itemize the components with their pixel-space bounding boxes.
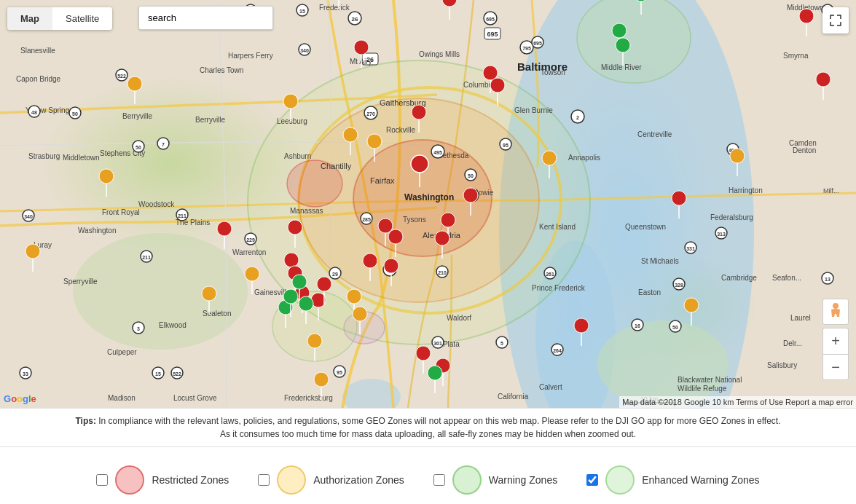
zoom-out-button[interactable]: −	[822, 354, 849, 380]
svg-text:3: 3	[137, 326, 140, 331]
svg-text:Laurel: Laurel	[790, 314, 811, 322]
google-logo: Google	[4, 393, 36, 404]
svg-text:Front Royal: Front Royal	[102, 208, 140, 216]
svg-text:Calvert: Calvert	[539, 383, 562, 391]
tips-bar: Tips: In compliance with the relevant la…	[0, 408, 856, 446]
svg-text:Salisbury: Salisbury	[767, 361, 797, 369]
svg-text:Berryville: Berryville	[122, 112, 153, 120]
legend-checkbox-warning[interactable]	[433, 474, 445, 486]
svg-text:33: 33	[23, 371, 28, 377]
tips-text1: In compliance with the relevant laws, po…	[98, 416, 780, 426]
svg-text:285: 285	[362, 217, 371, 222]
search-input[interactable]	[138, 6, 273, 30]
svg-text:328: 328	[675, 283, 683, 288]
svg-text:211: 211	[178, 213, 186, 218]
svg-text:Milf...: Milf...	[823, 187, 839, 194]
svg-text:Annapolis: Annapolis	[568, 154, 600, 162]
svg-text:522: 522	[117, 74, 126, 79]
svg-text:Fairfax: Fairfax	[370, 176, 395, 185]
svg-text:Leesburg: Leesburg	[277, 117, 307, 125]
map-type-map-button[interactable]: Map	[7, 7, 52, 30]
svg-text:Warrenton: Warrenton	[232, 248, 266, 256]
search-box-container	[138, 6, 273, 30]
svg-text:Seafon...: Seafon...	[772, 274, 801, 282]
svg-text:Easton: Easton	[638, 288, 661, 296]
svg-text:Charles Town: Charles Town	[200, 66, 243, 74]
svg-text:Ashburn: Ashburn	[284, 152, 311, 160]
svg-text:50: 50	[468, 173, 474, 178]
svg-text:695: 695	[533, 41, 542, 46]
svg-text:7: 7	[162, 142, 165, 147]
svg-text:Slanesville: Slanesville	[20, 47, 55, 55]
svg-text:95: 95	[503, 143, 509, 148]
svg-text:Towson: Towson	[541, 68, 565, 76]
svg-text:Elkwood: Elkwood	[159, 321, 186, 329]
svg-text:Prince Frederick: Prince Frederick	[532, 284, 586, 292]
legend-checkbox-enhanced[interactable]	[586, 474, 598, 486]
svg-text:Glen Burnie: Glen Burnie	[514, 106, 553, 114]
svg-text:Mt Airy: Mt Airy	[350, 58, 372, 66]
zoom-controls: + −	[822, 328, 849, 380]
svg-text:270: 270	[366, 111, 375, 117]
svg-text:695: 695	[487, 31, 498, 38]
svg-text:13: 13	[825, 277, 831, 282]
svg-text:522: 522	[173, 371, 181, 377]
tips-label: Tips:	[75, 416, 95, 426]
svg-text:Harrington: Harrington	[729, 186, 763, 194]
legend-checkbox-restricted[interactable]	[96, 474, 108, 486]
svg-text:Waldorf: Waldorf	[447, 314, 471, 322]
legend-circle-enhanced	[605, 465, 635, 495]
svg-text:Tysons: Tysons	[403, 216, 426, 224]
legend-label-authorization: Authorization Zones	[313, 474, 404, 486]
legend-item-authorization: Authorization Zones	[258, 465, 404, 495]
svg-text:261: 261	[546, 272, 554, 277]
svg-text:2: 2	[576, 115, 579, 120]
svg-text:15: 15	[299, 9, 305, 14]
legend-label-enhanced: Enhanced Warning Zones	[642, 474, 759, 486]
svg-text:Smyrna: Smyrna	[783, 52, 809, 60]
svg-text:5: 5	[500, 341, 503, 346]
fullscreen-button[interactable]	[822, 7, 849, 34]
svg-text:Frederick: Frederick	[319, 4, 350, 12]
legend-label-warning: Warning Zones	[489, 474, 557, 486]
svg-text:Culpeper: Culpeper	[107, 348, 137, 356]
svg-text:Kent Island: Kent Island	[539, 223, 576, 231]
svg-text:St Michaels: St Michaels	[641, 257, 679, 265]
map-attribution: Map data ©2018 Google 10 km Terms of Use…	[619, 396, 856, 408]
svg-text:50: 50	[136, 145, 141, 150]
svg-text:331: 331	[686, 246, 695, 251]
svg-text:Queenstown: Queenstown	[625, 223, 666, 231]
svg-text:Berryville: Berryville	[195, 116, 226, 124]
svg-text:Denton: Denton	[793, 146, 816, 154]
svg-text:Harpers Ferry: Harpers Ferry	[228, 52, 273, 60]
svg-text:26: 26	[352, 16, 358, 23]
svg-text:Blackwater National: Blackwater National	[678, 376, 742, 384]
svg-text:Middletown: Middletown	[63, 154, 100, 162]
svg-text:Wildlife Refuge: Wildlife Refuge	[678, 385, 727, 393]
svg-text:Fredericksburg: Fredericksburg	[284, 394, 333, 402]
svg-text:16: 16	[635, 323, 640, 328]
legend-circle-warning	[452, 465, 482, 495]
svg-text:229: 229	[246, 237, 255, 243]
zoom-in-button[interactable]: +	[822, 328, 849, 354]
legend-checkbox-authorization[interactable]	[258, 474, 270, 486]
svg-text:15: 15	[155, 371, 161, 377]
svg-text:Chantilly: Chantilly	[321, 162, 352, 170]
svg-point-176	[833, 303, 839, 309]
svg-text:50: 50	[672, 325, 678, 330]
street-view-button[interactable]	[822, 299, 849, 325]
svg-text:Sperryville: Sperryville	[63, 277, 98, 286]
svg-text:Middle River: Middle River	[601, 63, 642, 71]
svg-text:Federalsburg: Federalsburg	[710, 213, 753, 221]
svg-text:Sealeton: Sealeton	[203, 310, 231, 318]
svg-text:340: 340	[300, 48, 309, 53]
svg-text:Locust Grove: Locust Grove	[173, 394, 217, 402]
svg-text:313: 313	[717, 232, 726, 237]
svg-text:Woodstock: Woodstock	[138, 200, 175, 208]
legend-item-restricted: Restricted Zones	[96, 465, 229, 495]
svg-text:210: 210	[438, 270, 447, 275]
svg-point-3	[73, 233, 248, 350]
map-type-satellite-button[interactable]: Satellite	[52, 7, 112, 30]
map-container[interactable]: 26 695 Baltimore Washington Alexandria F…	[0, 0, 856, 408]
svg-text:Capon Bridge: Capon Bridge	[16, 75, 61, 83]
